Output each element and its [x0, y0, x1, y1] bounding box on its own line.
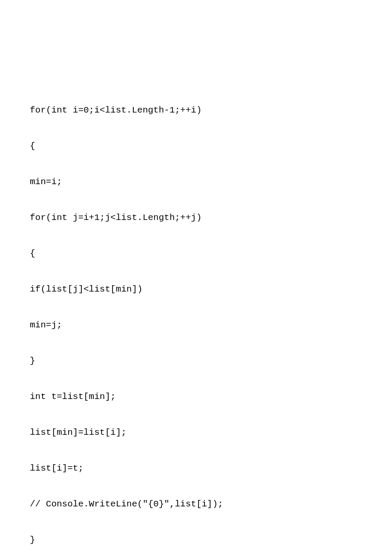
code-line: list[i]=t; [30, 460, 362, 477]
code-line: int t=list[min]; [30, 388, 362, 406]
code-line: { [30, 137, 362, 155]
code-line: // Console.WriteLine("{0}",list[i]); [30, 495, 362, 513]
code-line: list[min]=list[i]; [30, 424, 362, 442]
code-line: for(int i=0;i<list.Length-1;++i) [30, 101, 362, 119]
code-line: { [30, 245, 362, 263]
code-line: min=i; [30, 173, 362, 191]
code-line: for(int j=i+1;j<list.Length;++j) [30, 209, 362, 227]
code-line: if(list[j]<list[min]) [30, 280, 362, 298]
code-line: } [30, 531, 362, 549]
code-line: min=j; [30, 316, 362, 334]
code-line: } [30, 352, 362, 370]
